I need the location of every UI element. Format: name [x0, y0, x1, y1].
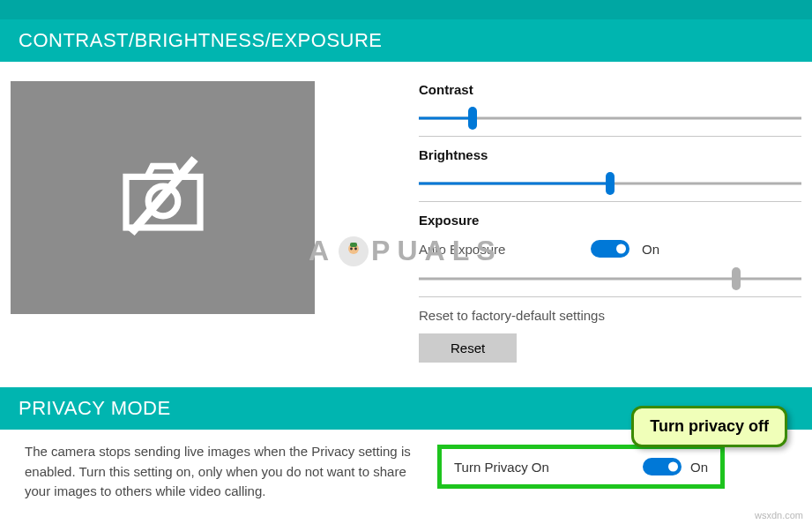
privacy-description: The camera stops sending live images whe…	[25, 442, 411, 502]
auto-exposure-label: Auto Exposure	[419, 242, 542, 257]
auto-exposure-toggle[interactable]	[591, 240, 629, 258]
contrast-brightness-exposure-header: CONTRAST/BRIGHTNESS/EXPOSURE	[0, 19, 812, 62]
privacy-toggle[interactable]	[643, 458, 682, 475]
section1-title: CONTRAST/BRIGHTNESS/EXPOSURE	[19, 29, 383, 51]
reset-description: Reset to factory-default settings	[419, 308, 801, 323]
auto-exposure-state: On	[642, 242, 659, 257]
brightness-control: Brightness	[419, 147, 801, 202]
exposure-slider	[419, 270, 801, 288]
reset-button[interactable]: Reset	[419, 333, 517, 363]
exposure-label: Exposure	[419, 213, 801, 228]
brightness-label: Brightness	[419, 147, 801, 162]
top-accent-bar	[0, 0, 812, 19]
exposure-control: Exposure Auto Exposure On	[419, 213, 801, 297]
contrast-slider[interactable]	[419, 109, 801, 127]
cbx-body: Contrast Brightness Exposure Auto Exposu…	[0, 68, 812, 387]
reset-control: Reset to factory-default settings Reset	[419, 308, 801, 363]
svg-line-2	[131, 159, 195, 233]
privacy-toggle-label: Turn Privacy On	[454, 460, 625, 475]
section2-title: PRIVACY MODE	[19, 397, 171, 419]
camera-preview-placeholder	[11, 81, 315, 314]
privacy-toggle-state: On	[690, 460, 708, 475]
privacy-toggle-highlight: Turn Privacy On On	[437, 445, 725, 489]
contrast-control: Contrast	[419, 82, 801, 137]
attribution-text: wsxdn.com	[755, 510, 803, 520]
camera-off-icon	[110, 143, 216, 252]
contrast-label: Contrast	[419, 82, 801, 97]
brightness-slider[interactable]	[419, 175, 801, 192]
annotation-callout: Turn privacy off	[631, 406, 787, 447]
adjustment-controls: Contrast Brightness Exposure Auto Exposu…	[419, 77, 801, 370]
